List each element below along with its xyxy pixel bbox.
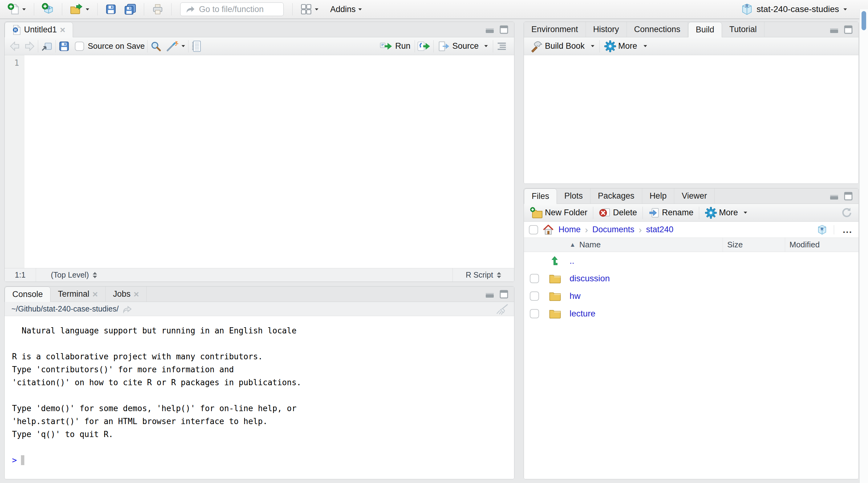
- tab-files[interactable]: Files: [524, 189, 557, 204]
- tab-connections[interactable]: Connections: [627, 22, 688, 37]
- new-project-button[interactable]: R: [40, 2, 56, 16]
- breadcrumb-documents[interactable]: Documents: [592, 225, 634, 234]
- tab-plots[interactable]: Plots: [557, 189, 590, 204]
- chevron-down-icon[interactable]: [181, 45, 185, 47]
- chevron-down-icon[interactable]: [644, 45, 647, 47]
- find-replace-icon[interactable]: [150, 40, 162, 52]
- console-output[interactable]: Natural language support but running in …: [5, 316, 514, 479]
- minimize-pane-icon[interactable]: [485, 26, 494, 34]
- rename-button[interactable]: Rename: [647, 207, 695, 219]
- scrollbar-thumb[interactable]: [862, 11, 866, 30]
- tab-build[interactable]: Build: [688, 22, 722, 37]
- column-header-name[interactable]: ▲ Name: [524, 240, 723, 250]
- open-in-new-window-icon[interactable]: [41, 41, 53, 52]
- minimize-pane-icon[interactable]: [830, 26, 839, 34]
- line-number: 1: [14, 58, 19, 67]
- source-icon: [438, 41, 450, 52]
- clear-console-broom-icon[interactable]: [496, 303, 508, 315]
- breadcrumb-stat240[interactable]: stat240: [646, 225, 674, 234]
- cursor-position: 1:1: [5, 268, 36, 282]
- maximize-pane-icon[interactable]: [499, 25, 508, 34]
- back-icon[interactable]: [9, 41, 21, 52]
- chevron-down-icon[interactable]: [591, 45, 594, 47]
- select-all-checkbox[interactable]: [529, 225, 538, 234]
- tab-label: Help: [650, 191, 667, 201]
- table-row[interactable]: hw: [524, 287, 859, 305]
- file-checkbox[interactable]: [530, 274, 539, 283]
- compile-report-icon[interactable]: [191, 40, 202, 52]
- chevron-down-icon[interactable]: [484, 45, 488, 47]
- file-checkbox[interactable]: [530, 291, 539, 301]
- file-checkbox[interactable]: [530, 309, 539, 318]
- maximize-pane-icon[interactable]: [844, 192, 853, 200]
- run-button[interactable]: Run: [378, 40, 412, 52]
- goto-directory-arrow-icon[interactable]: [122, 305, 133, 314]
- save-all-icon: [124, 3, 136, 16]
- print-button[interactable]: [150, 2, 166, 16]
- source-on-save-checkbox[interactable]: [75, 41, 84, 51]
- column-header-modified[interactable]: Modified: [785, 238, 859, 252]
- table-row[interactable]: ..: [524, 252, 859, 269]
- home-icon[interactable]: [542, 224, 554, 235]
- more-label: More: [618, 41, 637, 51]
- open-file-button[interactable]: [68, 2, 92, 16]
- tab-help[interactable]: Help: [642, 189, 675, 204]
- minimize-pane-icon[interactable]: [830, 192, 839, 200]
- new-file-button[interactable]: [5, 2, 28, 16]
- column-header-size[interactable]: Size: [723, 238, 785, 252]
- save-button[interactable]: [103, 3, 119, 16]
- tab-terminal[interactable]: Terminal ×: [51, 287, 106, 302]
- scope-label: (Top Level): [51, 271, 89, 279]
- file-link[interactable]: ..: [569, 256, 575, 266]
- rerun-icon[interactable]: [417, 41, 431, 52]
- goto-file-input[interactable]: Go to file/function: [180, 2, 284, 16]
- maximize-pane-icon[interactable]: [844, 25, 853, 34]
- window-scrollbar[interactable]: [859, 9, 868, 483]
- save-icon[interactable]: [58, 40, 70, 52]
- updown-icon: [93, 272, 97, 278]
- tab-tutorial[interactable]: Tutorial: [722, 22, 765, 37]
- save-all-button[interactable]: [122, 2, 138, 16]
- table-row[interactable]: lecture: [524, 305, 859, 322]
- project-menu-button[interactable]: R stat-240-case-studies: [741, 3, 848, 16]
- editor-text-area[interactable]: [24, 55, 514, 268]
- document-outline-icon[interactable]: [496, 41, 508, 52]
- code-editor[interactable]: 1: [5, 55, 514, 268]
- tab-console[interactable]: Console: [5, 287, 51, 302]
- close-icon[interactable]: ×: [60, 25, 66, 34]
- maximize-pane-icon[interactable]: [499, 290, 508, 299]
- addins-button[interactable]: Addins: [328, 4, 364, 15]
- refresh-icon[interactable]: [840, 207, 852, 219]
- console-input-row[interactable]: >: [12, 454, 514, 467]
- source-button[interactable]: Source: [436, 40, 490, 52]
- forward-icon[interactable]: [23, 41, 35, 52]
- tab-environment[interactable]: Environment: [524, 22, 586, 37]
- tab-viewer[interactable]: Viewer: [674, 189, 715, 204]
- close-icon[interactable]: ×: [92, 290, 98, 299]
- tab-packages[interactable]: Packages: [590, 189, 642, 204]
- minimize-pane-icon[interactable]: [485, 290, 494, 298]
- tab-untitled1[interactable]: R Untitled1 ×: [5, 22, 73, 37]
- column-options-button[interactable]: ...: [841, 225, 854, 235]
- panes-layout-button[interactable]: [298, 2, 321, 16]
- file-link[interactable]: lecture: [569, 309, 595, 319]
- file-link[interactable]: hw: [569, 291, 581, 301]
- table-row[interactable]: discussion: [524, 269, 859, 287]
- new-folder-button[interactable]: New Folder: [528, 206, 589, 219]
- tab-history[interactable]: History: [586, 22, 627, 37]
- divider: [147, 40, 148, 52]
- scope-selector[interactable]: (Top Level): [36, 271, 97, 279]
- build-more-button[interactable]: More: [602, 39, 650, 53]
- code-tools-wand-icon[interactable]: [166, 40, 178, 52]
- breadcrumb-home[interactable]: Home: [558, 225, 581, 234]
- files-more-button[interactable]: More: [703, 206, 750, 220]
- file-link[interactable]: discussion: [569, 274, 610, 283]
- print-icon: [152, 3, 164, 16]
- tab-jobs[interactable]: Jobs ×: [106, 287, 147, 302]
- delete-button[interactable]: Delete: [597, 207, 639, 219]
- r-project-cube-icon[interactable]: R: [817, 225, 827, 235]
- close-icon[interactable]: ×: [134, 290, 139, 299]
- file-type-selector[interactable]: R Script: [453, 268, 514, 282]
- build-book-button[interactable]: Build Book: [528, 39, 597, 53]
- chevron-down-icon[interactable]: [744, 211, 747, 214]
